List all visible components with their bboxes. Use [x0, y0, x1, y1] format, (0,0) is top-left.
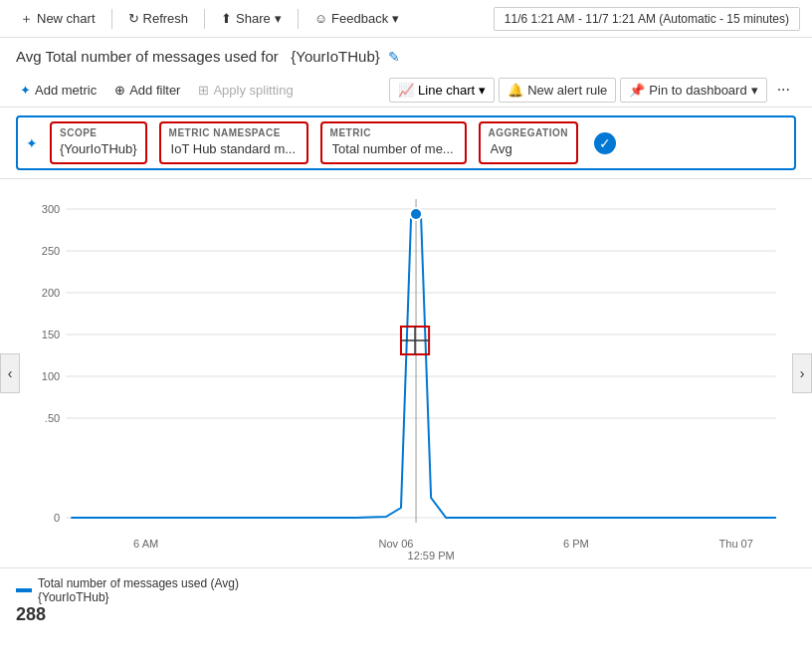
time-range-label: 11/6 1:21 AM - 11/7 1:21 AM (Automatic -… [505, 12, 789, 26]
split-icon: ⊞ [198, 83, 209, 98]
legend-color-swatch [16, 588, 32, 592]
title-row: Avg Total number of messages used for {Y… [0, 38, 812, 73]
line-chart-icon: 📈 [398, 83, 414, 98]
more-options-button[interactable]: ··· [771, 77, 796, 103]
legend-item: Total number of messages used (Avg) {You… [16, 576, 796, 604]
chart-type-button[interactable]: 📈 Line chart ▾ [389, 78, 495, 103]
chart-svg: 300 250 200 150 100 .50 0 6 AM Nov 06 12… [16, 189, 796, 567]
chart-area: 300 250 200 150 100 .50 0 6 AM Nov 06 12… [0, 179, 812, 567]
top-toolbar: ＋ New chart ↻ Refresh ⬆ Share ▾ ☺ Feedba… [0, 0, 812, 38]
aggregation-select-wrap: Avg [489, 139, 568, 158]
add-filter-label: Add filter [129, 83, 180, 98]
aggregation-select[interactable]: Avg [489, 139, 515, 158]
metric-select-wrap: Total number of me... [330, 139, 457, 158]
metrics-toolbar: ✦ Add metric ⊕ Add filter ⊞ Apply splitt… [0, 73, 812, 108]
chevron-down-icon-2: ▾ [392, 11, 399, 26]
svg-text:12:59 PM: 12:59 PM [407, 550, 454, 561]
divider-3 [298, 9, 299, 29]
refresh-icon: ↻ [128, 11, 139, 26]
scope-label: SCOPE [60, 127, 137, 138]
metric-select[interactable]: Total number of me... [330, 139, 457, 158]
apply-splitting-button[interactable]: ⊞ Apply splitting [190, 79, 301, 102]
legend-text: Total number of messages used (Avg) {You… [38, 576, 239, 604]
svg-point-20 [410, 208, 422, 220]
title-hub: {YourIoTHub} [291, 48, 380, 65]
share-icon: ⬆ [221, 11, 232, 26]
chart-container: 300 250 200 150 100 .50 0 6 AM Nov 06 12… [16, 189, 796, 567]
namespace-select[interactable]: IoT Hub standard m... [169, 139, 299, 158]
svg-text:6 AM: 6 AM [133, 538, 158, 550]
divider-1 [111, 9, 112, 29]
aggregation-label: AGGREGATION [489, 127, 568, 138]
divider-2 [204, 9, 205, 29]
legend-sublabel: {YourIoTHub} [38, 590, 239, 604]
new-alert-label: New alert rule [527, 83, 607, 98]
chart-title: Avg Total number of messages used for {Y… [16, 48, 380, 65]
svg-text:150: 150 [42, 329, 60, 340]
new-alert-button[interactable]: 🔔 New alert rule [499, 78, 616, 103]
share-button[interactable]: ⬆ Share ▾ [213, 7, 290, 30]
pin-label: Pin to dashboard [649, 83, 746, 98]
scope-value: {YourIoTHub} [60, 139, 137, 158]
apply-check[interactable]: ✓ [594, 132, 616, 154]
edit-title-icon[interactable]: ✎ [388, 49, 400, 65]
chart-type-label: Line chart [418, 83, 475, 98]
scope-container: ✦ SCOPE {YourIoTHub} METRIC NAMESPACE Io… [16, 115, 796, 170]
refresh-label: Refresh [143, 11, 189, 26]
svg-text:100: 100 [42, 370, 60, 382]
share-label: Share [236, 11, 271, 26]
add-metric-button[interactable]: ✦ Add metric [12, 79, 104, 102]
legend-value: 288 [16, 604, 796, 625]
svg-text:Nov 06: Nov 06 [378, 538, 413, 550]
chart-type-chevron: ▾ [479, 83, 486, 98]
pin-chevron: ▾ [751, 83, 758, 98]
plus-icon: ＋ [20, 10, 33, 28]
namespace-label: METRIC NAMESPACE [169, 127, 299, 138]
chevron-down-icon: ▾ [275, 11, 282, 26]
metrics-toolbar-right: 📈 Line chart ▾ 🔔 New alert rule 📌 Pin to… [389, 77, 796, 103]
svg-text:6 PM: 6 PM [563, 538, 589, 550]
time-range-button[interactable]: 11/6 1:21 AM - 11/7 1:21 AM (Automatic -… [494, 7, 800, 31]
namespace-field: METRIC NAMESPACE IoT Hub standard m... [159, 121, 308, 164]
chart-legend: Total number of messages used (Avg) {You… [0, 567, 812, 633]
toolbar-left: ＋ New chart ↻ Refresh ⬆ Share ▾ ☺ Feedba… [12, 6, 407, 32]
scope-field: SCOPE {YourIoTHub} [50, 121, 147, 164]
svg-text:300: 300 [42, 203, 60, 215]
pin-to-dashboard-button[interactable]: 📌 Pin to dashboard ▾ [620, 78, 766, 103]
new-chart-button[interactable]: ＋ New chart [12, 6, 103, 32]
svg-text:.50: .50 [45, 412, 60, 424]
feedback-label: Feedback [331, 11, 388, 26]
add-metric-label: Add metric [35, 83, 97, 98]
svg-text:200: 200 [42, 287, 60, 299]
metric-label: METRIC [330, 127, 457, 138]
scope-row: ✦ SCOPE {YourIoTHub} METRIC NAMESPACE Io… [0, 108, 812, 179]
metric-field: METRIC Total number of me... [320, 121, 467, 164]
alert-icon: 🔔 [508, 83, 523, 98]
metrics-toolbar-left: ✦ Add metric ⊕ Add filter ⊞ Apply splitt… [12, 79, 302, 102]
filter-icon: ⊕ [114, 83, 125, 98]
add-metric-icon: ✦ [20, 83, 31, 98]
feedback-icon: ☺ [314, 11, 327, 26]
svg-text:250: 250 [42, 245, 60, 257]
svg-text:Thu 07: Thu 07 [719, 538, 753, 550]
namespace-select-wrap: IoT Hub standard m... [169, 139, 299, 158]
pin-icon: 📌 [629, 83, 645, 98]
aggregation-field: AGGREGATION Avg [479, 121, 578, 164]
add-filter-button[interactable]: ⊕ Add filter [106, 79, 188, 102]
scope-icon: ✦ [26, 135, 38, 151]
chart-wrapper: ‹ › 300 250 200 150 100 .50 0 [0, 179, 812, 567]
feedback-button[interactable]: ☺ Feedback ▾ [306, 7, 407, 30]
apply-splitting-label: Apply splitting [213, 83, 293, 98]
legend-label: Total number of messages used (Avg) [38, 576, 239, 590]
refresh-button[interactable]: ↻ Refresh [120, 7, 197, 30]
new-chart-label: New chart [37, 11, 96, 26]
svg-text:0: 0 [54, 512, 60, 524]
toolbar-right: 11/6 1:21 AM - 11/7 1:21 AM (Automatic -… [494, 7, 800, 31]
title-prefix: Avg Total number of messages used for [16, 48, 279, 65]
